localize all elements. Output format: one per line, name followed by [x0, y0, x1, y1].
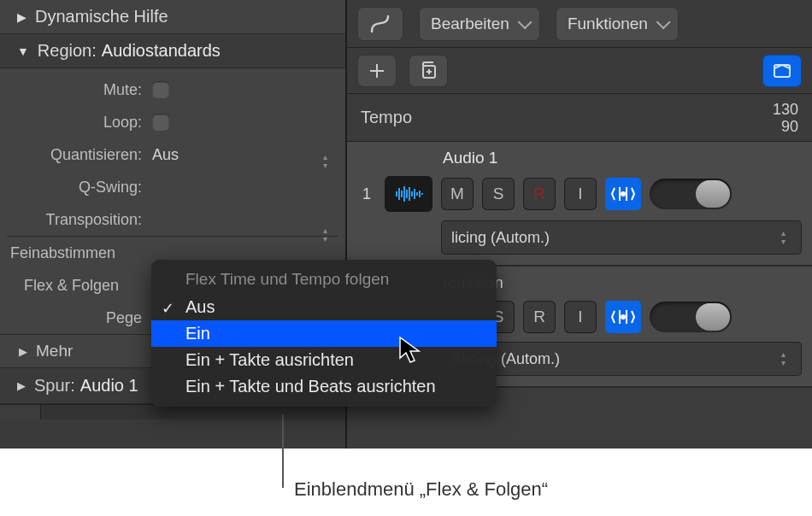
tempo-label: Tempo — [361, 108, 412, 127]
duplicate-button[interactable] — [409, 55, 448, 87]
quantize-label: Quantisieren: — [0, 146, 147, 164]
prop-quantize[interactable]: Quantisieren: Aus — [0, 138, 345, 171]
flex-button[interactable] — [605, 178, 641, 210]
mute-checkbox[interactable] — [152, 81, 169, 98]
add-button[interactable] — [357, 55, 397, 87]
menu-item-aus[interactable]: ✓ Aus — [151, 294, 497, 320]
view-toggle-button[interactable] — [762, 55, 802, 87]
flex-label: Flex & Folgen — [0, 277, 147, 295]
spur-label: Spur: — [34, 376, 75, 396]
callout-line — [282, 414, 284, 488]
track-number: 1 — [357, 185, 376, 203]
disclosure-triangle-icon: ▶ — [19, 345, 27, 358]
loop-checkbox[interactable] — [152, 114, 169, 131]
callout-label: Einblendmenü „Flex & Folgen“ — [294, 478, 548, 501]
flex-mode-select[interactable]: licing (Autom.) — [441, 220, 802, 255]
region-label: Region: — [38, 41, 97, 61]
spur-value: Audio 1 — [80, 376, 138, 396]
functions-menu-button[interactable]: Funktionen — [556, 7, 679, 41]
svg-point-14 — [621, 192, 625, 196]
prop-transposition[interactable]: Transposition: — [0, 203, 345, 236]
region-header[interactable]: ▼ Region: Audiostandards — [0, 34, 345, 68]
flex-follow-menu[interactable]: Flex Time und Tempo folgen ✓ Aus Ein Ein… — [151, 260, 497, 407]
check-icon: ✓ — [162, 299, 174, 318]
pegel-label: Pege — [0, 309, 147, 327]
flex-mode-value: licing (Autom.) — [451, 229, 550, 247]
disclosure-triangle-icon: ▶ — [17, 379, 26, 392]
edit-menu-button[interactable]: Bearbeiten — [419, 7, 540, 41]
mehr-label: Mehr — [36, 342, 73, 361]
loop-label: Loop: — [0, 114, 147, 132]
mute-label: Mute: — [0, 81, 147, 99]
disclosure-triangle-icon: ▶ — [17, 10, 26, 24]
prop-mute: Mute: — [0, 73, 345, 106]
menu-item-takte[interactable]: Ein + Takte ausrichten — [151, 347, 497, 373]
toolbar-second — [347, 48, 812, 94]
toolbar-top: Bearbeiten Funktionen — [347, 0, 812, 48]
qswing-label: Q-Swing: — [0, 179, 147, 196]
tempo-row[interactable]: Tempo 130 90 — [347, 94, 812, 142]
solo-button[interactable]: S — [482, 178, 515, 210]
quantize-value: Aus — [152, 146, 179, 164]
tempo-bottom: 90 — [773, 118, 798, 135]
menu-item-ein[interactable]: Ein — [151, 320, 497, 347]
tempo-top: 130 — [773, 101, 798, 118]
prop-loop: Loop: — [0, 106, 345, 138]
svg-point-15 — [621, 315, 625, 319]
automation-curve-button[interactable] — [357, 7, 403, 41]
help-title: Dynamische Hilfe — [35, 7, 168, 26]
input-monitor-button[interactable]: I — [564, 301, 597, 333]
record-enable-button[interactable]: R — [523, 301, 556, 333]
prop-qswing[interactable]: Q-Swing: — [0, 171, 345, 203]
record-enable-button[interactable]: R — [523, 178, 556, 210]
region-value: Audiostandards — [102, 41, 221, 61]
menu-title: Flex Time und Tempo folgen — [151, 265, 497, 294]
tempo-values: 130 90 — [773, 101, 798, 135]
transposition-label: Transposition: — [0, 211, 147, 229]
track-name[interactable]: Audio 1 — [443, 149, 497, 167]
track-header-1: Audio 1 1 M S R I licing (Autom.) — [347, 142, 812, 267]
stepper-icon[interactable] — [323, 223, 335, 247]
stepper-icon[interactable] — [323, 150, 335, 173]
track-icon-button[interactable] — [385, 176, 432, 212]
flex-button[interactable] — [605, 301, 641, 333]
disclosure-triangle-icon: ▼ — [17, 44, 29, 58]
menu-item-takte-beats[interactable]: Ein + Takte und Beats ausrichten — [151, 373, 497, 400]
track-on-switch[interactable] — [650, 179, 732, 209]
help-header[interactable]: ▶ Dynamische Hilfe — [0, 0, 345, 34]
cursor-icon — [398, 336, 424, 368]
stepper-icon[interactable] — [781, 347, 793, 371]
track-on-switch[interactable] — [650, 302, 732, 332]
mute-button[interactable]: M — [441, 178, 474, 210]
input-monitor-button[interactable]: I — [564, 178, 597, 210]
stepper-icon[interactable] — [781, 226, 793, 249]
feinab-label: Feinabstimmen — [0, 244, 121, 262]
